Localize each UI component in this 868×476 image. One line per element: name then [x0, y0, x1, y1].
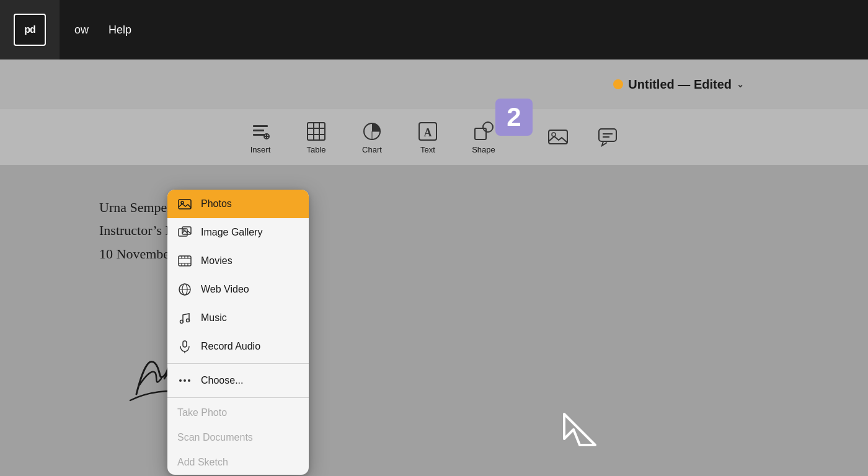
- dropdown-label-web-video: Web Video: [201, 284, 249, 295]
- dropdown-label-scan-documents: Scan Documents: [177, 432, 253, 443]
- svg-rect-6: [308, 123, 325, 140]
- music-icon: [177, 311, 192, 325]
- logo-text: pd: [24, 24, 35, 35]
- dropdown-item-choose[interactable]: Choose...: [167, 366, 309, 395]
- logo-box: pd: [14, 14, 46, 46]
- document-title-area: Untitled — Edited ⌄: [613, 77, 744, 92]
- text-icon: A: [417, 120, 439, 143]
- dropdown-item-movies[interactable]: Movies: [167, 247, 309, 275]
- dropdown-item-take-photo: Take Photo: [167, 400, 309, 425]
- photo-icon: [177, 196, 192, 211]
- dropdown-label-record-audio: Record Audio: [201, 341, 260, 352]
- image-gallery-icon: [177, 225, 192, 240]
- menu-item-help[interactable]: Help: [108, 24, 131, 37]
- toolbar-label-chart: Chart: [362, 145, 382, 154]
- dropdown-label-movies: Movies: [201, 255, 232, 267]
- movies-icon: [177, 253, 192, 268]
- toolbar-item-table[interactable]: Table: [288, 112, 344, 162]
- svg-rect-1: [253, 130, 264, 131]
- svg-point-44: [188, 379, 190, 382]
- svg-point-15: [483, 122, 493, 132]
- separator-1: [167, 363, 309, 364]
- app-logo: pd: [0, 0, 60, 60]
- menu-item-ow[interactable]: ow: [74, 24, 89, 37]
- record-audio-icon: [177, 339, 192, 354]
- toolbar-item-media[interactable]: 2: [512, 112, 580, 162]
- svg-text:A: A: [424, 126, 432, 139]
- table-icon: [305, 120, 327, 143]
- svg-rect-0: [253, 125, 268, 127]
- toolbar-label-shape: Shape: [472, 145, 495, 154]
- toolbar-item-insert[interactable]: Insert: [232, 112, 288, 162]
- dropdown-item-add-sketch: Add Sketch: [167, 450, 309, 475]
- toolbar-label-text: Text: [420, 145, 435, 154]
- dropdown-item-scan-documents: Scan Documents: [167, 425, 309, 450]
- menu-items: ow Help: [60, 24, 131, 37]
- svg-rect-2: [253, 134, 265, 136]
- toolbar-item-comment[interactable]: [580, 112, 636, 162]
- dropdown-item-web-video[interactable]: Web Video: [167, 275, 309, 304]
- svg-point-17: [552, 133, 556, 136]
- title-color-dot: [613, 79, 623, 89]
- svg-point-43: [184, 379, 186, 382]
- toolbar-item-chart[interactable]: Chart: [344, 112, 400, 162]
- insert-icon: [249, 120, 272, 143]
- toolbar-item-text[interactable]: A Text: [400, 112, 456, 162]
- web-video-icon: [177, 282, 192, 297]
- title-chevron-icon[interactable]: ⌄: [737, 79, 744, 89]
- media-dropdown: Photos Image Gallery: [167, 190, 309, 475]
- dropdown-label-music: Music: [201, 312, 227, 324]
- dropdown-item-image-gallery[interactable]: Image Gallery: [167, 218, 309, 247]
- dropdown-item-record-audio[interactable]: Record Audio: [167, 332, 309, 361]
- comment-icon: [596, 126, 619, 148]
- title-bar: Untitled — Edited ⌄: [0, 60, 868, 109]
- svg-point-38: [180, 320, 184, 324]
- chart-icon: [361, 120, 383, 143]
- dropdown-label-add-sketch: Add Sketch: [177, 457, 228, 468]
- toolbar-label-insert: Insert: [250, 145, 271, 154]
- dropdown-label-photos: Photos: [201, 198, 232, 209]
- document-title: Untitled — Edited: [628, 77, 732, 92]
- svg-point-39: [187, 319, 190, 322]
- menu-bar: pd ow Help: [0, 0, 868, 60]
- toolbar-label-table: Table: [306, 145, 326, 154]
- separator-2: [167, 397, 309, 398]
- svg-rect-40: [183, 341, 187, 347]
- dots-icon: [177, 373, 192, 388]
- dropdown-item-photos[interactable]: Photos: [167, 190, 309, 218]
- toolbar: Insert Table Chart: [0, 109, 868, 165]
- step-number-badge: 2: [495, 99, 533, 136]
- svg-point-42: [179, 379, 182, 382]
- dropdown-label-image-gallery: Image Gallery: [201, 227, 263, 238]
- dropdown-item-music[interactable]: Music: [167, 304, 309, 332]
- dropdown-label-choose: Choose...: [201, 375, 243, 386]
- svg-rect-16: [549, 130, 567, 144]
- svg-rect-18: [599, 129, 616, 141]
- dropdown-label-take-photo: Take Photo: [177, 407, 227, 418]
- cursor-arrow: [558, 408, 608, 457]
- media-icon: [547, 126, 569, 148]
- content-area: Urna Semper Instructor’s Name 10 Novembe…: [0, 165, 868, 476]
- step-number: 2: [507, 102, 521, 132]
- svg-rect-21: [179, 200, 191, 209]
- shape-icon: [472, 120, 495, 143]
